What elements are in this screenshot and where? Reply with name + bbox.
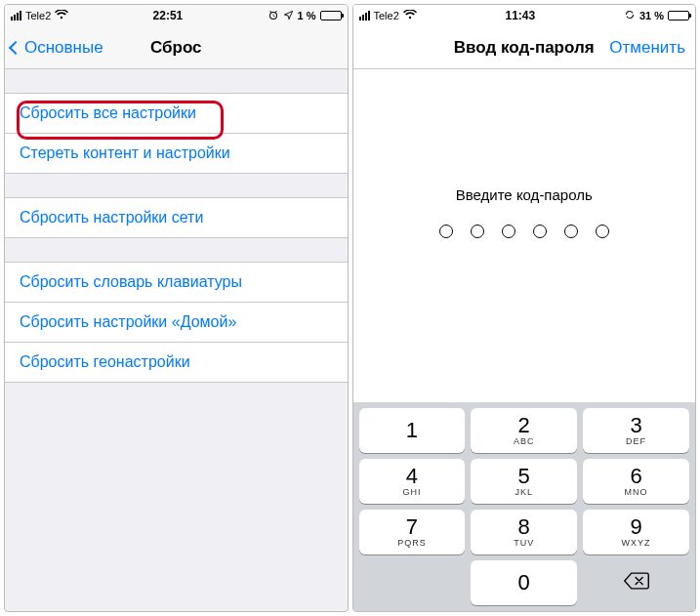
status-bar: Tele2 11:43 31 % bbox=[353, 5, 696, 26]
key-2[interactable]: 2ABC bbox=[471, 408, 577, 453]
key-8[interactable]: 8TUV bbox=[471, 510, 577, 554]
sync-icon bbox=[624, 9, 636, 22]
passcode-dot bbox=[439, 225, 453, 238]
battery-percent: 1 % bbox=[298, 10, 316, 21]
phone-left-settings-reset: Tele2 22:51 1 % Основные Сброс Сбросить … bbox=[4, 4, 349, 612]
carrier-label: Tele2 bbox=[374, 10, 399, 21]
battery-icon bbox=[668, 11, 689, 21]
page-title: Сброс bbox=[150, 38, 202, 58]
cancel-button[interactable]: Отменить bbox=[609, 26, 685, 68]
numeric-keypad: 1 2ABC 3DEF 4GHI 5JKL 6MNO 7PQRS 8TUV 9W… bbox=[353, 402, 696, 611]
battery-percent: 31 % bbox=[639, 10, 664, 21]
key-blank bbox=[359, 560, 466, 605]
status-bar: Tele2 22:51 1 % bbox=[5, 5, 348, 26]
key-6[interactable]: 6MNO bbox=[583, 459, 689, 504]
key-7[interactable]: 7PQRS bbox=[359, 510, 466, 554]
alarm-icon bbox=[268, 9, 279, 22]
key-9[interactable]: 9WXYZ bbox=[583, 510, 689, 554]
carrier-label: Tele2 bbox=[25, 10, 51, 21]
key-3[interactable]: 3DEF bbox=[583, 408, 689, 453]
settings-group-2: Сбросить настройки сети bbox=[5, 197, 348, 238]
signal-icon bbox=[359, 11, 370, 21]
key-5[interactable]: 5JKL bbox=[471, 459, 577, 504]
reset-all-settings-row[interactable]: Сбросить все настройки bbox=[5, 94, 348, 134]
nav-bar: Основные Сброс bbox=[5, 26, 348, 69]
battery-icon bbox=[320, 11, 342, 21]
passcode-dot bbox=[471, 225, 484, 238]
settings-group-3: Сбросить словарь клавиатуры Сбросить нас… bbox=[5, 262, 348, 383]
signal-icon bbox=[11, 11, 21, 21]
wifi-icon bbox=[403, 9, 417, 22]
backspace-icon bbox=[623, 571, 650, 595]
back-label: Основные bbox=[24, 38, 103, 58]
passcode-area: Введите код-пароль bbox=[353, 69, 696, 402]
phone-right-passcode-entry: Tele2 11:43 31 % Ввод код-пароля Отменит… bbox=[352, 4, 697, 612]
reset-location-settings-row[interactable]: Сбросить геонастройки bbox=[5, 343, 348, 382]
reset-home-layout-row[interactable]: Сбросить настройки «Домой» bbox=[5, 303, 348, 343]
settings-group-1: Сбросить все настройки Стереть контент и… bbox=[5, 93, 348, 174]
passcode-dots bbox=[439, 225, 609, 238]
reset-network-settings-row[interactable]: Сбросить настройки сети bbox=[5, 198, 348, 237]
chevron-left-icon bbox=[9, 40, 22, 54]
key-0[interactable]: 0 bbox=[471, 560, 577, 605]
passcode-dot bbox=[564, 225, 578, 238]
page-title: Ввод код-пароля bbox=[454, 38, 595, 58]
status-time: 22:51 bbox=[153, 9, 184, 22]
key-1[interactable]: 1 bbox=[359, 408, 466, 453]
erase-all-content-row[interactable]: Стереть контент и настройки bbox=[5, 134, 348, 173]
key-backspace[interactable] bbox=[583, 560, 689, 605]
wifi-icon bbox=[55, 9, 68, 22]
nav-bar: Ввод код-пароля Отменить bbox=[353, 26, 696, 69]
passcode-dot bbox=[502, 225, 515, 238]
status-time: 11:43 bbox=[506, 9, 536, 22]
back-button[interactable]: Основные bbox=[11, 26, 103, 68]
reset-keyboard-dictionary-row[interactable]: Сбросить словарь клавиатуры bbox=[5, 263, 348, 303]
passcode-prompt: Введите код-пароль bbox=[456, 186, 593, 203]
passcode-dot bbox=[533, 225, 547, 238]
passcode-dot bbox=[596, 225, 609, 238]
key-4[interactable]: 4GHI bbox=[359, 459, 466, 504]
location-icon bbox=[283, 10, 294, 22]
